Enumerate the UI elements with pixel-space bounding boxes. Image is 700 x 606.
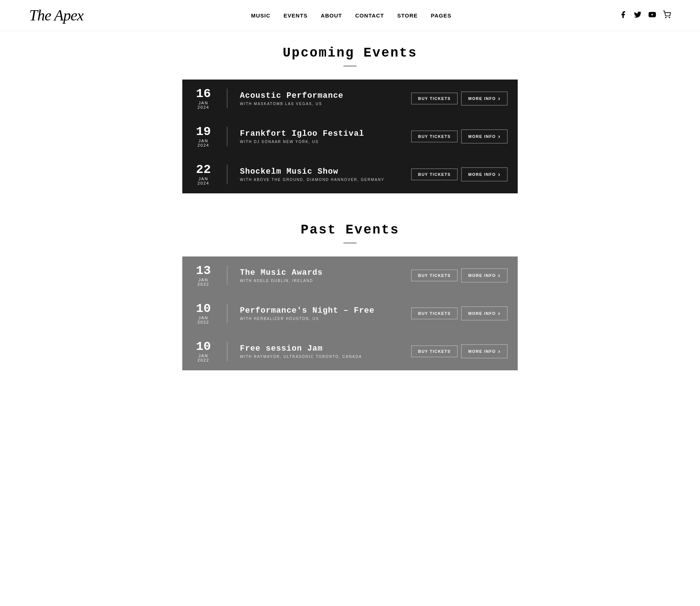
nav-item-events[interactable]: EVENTS bbox=[284, 12, 308, 19]
event-subtitle: WITH RAYMAYOR, ULTRASONIC TORONTO, CANAD… bbox=[240, 355, 402, 359]
past-events-list: 13 JAN 2022 The Music Awards WITH ADELE … bbox=[182, 256, 518, 370]
event-month: JAN bbox=[199, 139, 209, 143]
buy-tickets-button[interactable]: BUY TICKETS bbox=[411, 169, 458, 180]
event-year: 2022 bbox=[198, 358, 209, 362]
cart-icon[interactable] bbox=[663, 11, 671, 20]
buy-tickets-button[interactable]: BUY TICKETS bbox=[411, 131, 458, 142]
event-actions: BUY TICKETS MORE INFO bbox=[411, 269, 508, 282]
event-date: 10 JAN 2022 bbox=[192, 302, 214, 324]
twitter-icon[interactable] bbox=[634, 11, 642, 20]
event-name: Performance's Night – Free bbox=[240, 306, 402, 315]
upcoming-title: Upcoming Events bbox=[182, 46, 518, 61]
event-date-divider bbox=[227, 89, 228, 108]
event-month: JAN bbox=[199, 278, 209, 282]
event-year: 2024 bbox=[198, 105, 209, 109]
event-actions: BUY TICKETS MORE INFO bbox=[411, 344, 508, 358]
buy-tickets-button[interactable]: BUY TICKETS bbox=[411, 270, 458, 281]
buy-tickets-button[interactable]: BUY TICKETS bbox=[411, 346, 458, 357]
event-row: 10 JAN 2022 Free session Jam WITH RAYMAY… bbox=[182, 332, 518, 370]
buy-tickets-button[interactable]: BUY TICKETS bbox=[411, 93, 458, 104]
event-month: JAN bbox=[199, 354, 209, 358]
event-subtitle: WITH ADELE DUBLIN, IRELAND bbox=[240, 279, 402, 283]
nav-item-music[interactable]: MUSIC bbox=[251, 12, 270, 19]
event-subtitle: WITH HERBALIZER HOUSTON, US bbox=[240, 317, 402, 321]
event-year: 2022 bbox=[198, 320, 209, 324]
upcoming-divider bbox=[343, 66, 357, 66]
event-subtitle: WITH DJ SONAAR NEW YORK, US bbox=[240, 140, 402, 144]
event-row: 16 JAN 2024 Acoustic Performance WITH MA… bbox=[182, 80, 518, 117]
more-info-button[interactable]: MORE INFO bbox=[461, 344, 508, 358]
svg-point-2 bbox=[669, 17, 670, 18]
nav-item-contact[interactable]: CONTACT bbox=[355, 12, 384, 19]
event-info: Acoustic Performance WITH MASKATOMB LAS … bbox=[240, 91, 402, 106]
event-day: 10 bbox=[196, 302, 211, 315]
event-name: Free session Jam bbox=[240, 344, 402, 353]
nav-item-store[interactable]: STORE bbox=[397, 12, 417, 19]
past-divider bbox=[343, 243, 357, 243]
event-name: Frankfort Igloo Festival bbox=[240, 129, 402, 138]
event-date: 22 JAN 2024 bbox=[192, 163, 214, 185]
event-date-divider bbox=[227, 266, 228, 285]
event-row: 13 JAN 2022 The Music Awards WITH ADELE … bbox=[182, 256, 518, 294]
event-actions: BUY TICKETS MORE INFO bbox=[411, 92, 508, 105]
upcoming-events-section: Upcoming Events 16 JAN 2024 Acoustic Per… bbox=[182, 46, 518, 193]
event-row: 22 JAN 2024 Shockelm Music Show WITH ABO… bbox=[182, 155, 518, 193]
event-row: 10 JAN 2022 Performance's Night – Free W… bbox=[182, 294, 518, 332]
event-info: The Music Awards WITH ADELE DUBLIN, IREL… bbox=[240, 268, 402, 283]
event-year: 2024 bbox=[198, 143, 209, 147]
event-day: 22 bbox=[196, 163, 211, 176]
buy-tickets-button[interactable]: BUY TICKETS bbox=[411, 308, 458, 319]
event-date-divider bbox=[227, 127, 228, 146]
event-month: JAN bbox=[199, 316, 209, 320]
site-header: The Apex MUSICEVENTSABOUTCONTACTSTOREPAG… bbox=[0, 0, 700, 31]
event-day: 19 bbox=[196, 126, 211, 138]
event-subtitle: WITH MASKATOMB LAS VEGAS, US bbox=[240, 102, 402, 106]
social-icons-group bbox=[619, 11, 671, 20]
event-date-divider bbox=[227, 304, 228, 323]
event-day: 16 bbox=[196, 88, 211, 100]
event-row: 19 JAN 2024 Frankfort Igloo Festival WIT… bbox=[182, 117, 518, 155]
main-content: Upcoming Events 16 JAN 2024 Acoustic Per… bbox=[175, 31, 525, 421]
event-actions: BUY TICKETS MORE INFO bbox=[411, 306, 508, 320]
main-nav: MUSICEVENTSABOUTCONTACTSTOREPAGES bbox=[251, 12, 451, 19]
event-date: 13 JAN 2022 bbox=[192, 265, 214, 286]
upcoming-events-list: 16 JAN 2024 Acoustic Performance WITH MA… bbox=[182, 80, 518, 193]
more-info-button[interactable]: MORE INFO bbox=[461, 92, 508, 105]
event-date: 16 JAN 2024 bbox=[192, 88, 214, 109]
event-info: Shockelm Music Show WITH ABOVE THE GROUN… bbox=[240, 167, 402, 182]
event-date-divider bbox=[227, 165, 228, 184]
more-info-button[interactable]: MORE INFO bbox=[461, 130, 508, 143]
event-day: 13 bbox=[196, 265, 211, 277]
nav-item-pages[interactable]: PAGES bbox=[431, 12, 451, 19]
event-name: Acoustic Performance bbox=[240, 91, 402, 100]
youtube-icon[interactable] bbox=[648, 11, 656, 20]
svg-point-1 bbox=[665, 17, 666, 18]
event-year: 2022 bbox=[198, 282, 209, 286]
event-actions: BUY TICKETS MORE INFO bbox=[411, 130, 508, 143]
event-info: Performance's Night – Free WITH HERBALIZ… bbox=[240, 306, 402, 321]
event-date: 10 JAN 2022 bbox=[192, 340, 214, 362]
event-name: Shockelm Music Show bbox=[240, 167, 402, 176]
past-title: Past Events bbox=[182, 223, 518, 238]
event-date: 19 JAN 2024 bbox=[192, 126, 214, 147]
event-actions: BUY TICKETS MORE INFO bbox=[411, 167, 508, 181]
event-name: The Music Awards bbox=[240, 268, 402, 277]
event-month: JAN bbox=[199, 101, 209, 105]
event-info: Frankfort Igloo Festival WITH DJ SONAAR … bbox=[240, 129, 402, 144]
event-year: 2024 bbox=[198, 181, 209, 185]
past-events-section: Past Events 13 JAN 2022 The Music Awards… bbox=[182, 223, 518, 370]
event-month: JAN bbox=[199, 177, 209, 181]
more-info-button[interactable]: MORE INFO bbox=[461, 306, 508, 320]
more-info-button[interactable]: MORE INFO bbox=[461, 269, 508, 282]
nav-item-about[interactable]: ABOUT bbox=[321, 12, 342, 19]
event-subtitle: WITH ABOVE THE GROUND, DIAMOND HANNOVER,… bbox=[240, 178, 402, 182]
facebook-icon[interactable] bbox=[619, 11, 627, 20]
event-day: 10 bbox=[196, 340, 211, 353]
site-logo[interactable]: The Apex bbox=[29, 7, 83, 24]
event-date-divider bbox=[227, 341, 228, 361]
event-info: Free session Jam WITH RAYMAYOR, ULTRASON… bbox=[240, 344, 402, 359]
more-info-button[interactable]: MORE INFO bbox=[461, 167, 508, 181]
